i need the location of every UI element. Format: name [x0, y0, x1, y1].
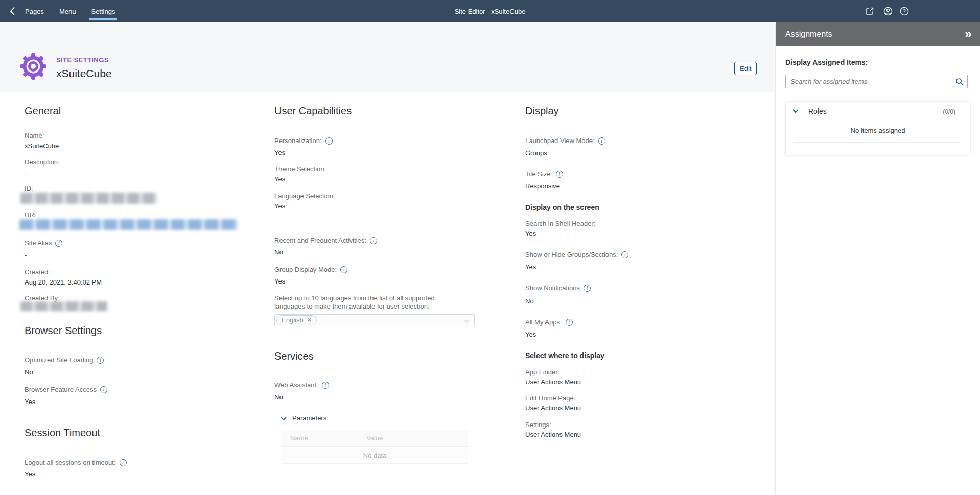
web-assistant-value: No — [274, 393, 283, 401]
logout-sessions-info-icon[interactable]: i — [120, 459, 127, 466]
name-value: xSuiteCube — [25, 142, 59, 150]
recent-activities-info-icon[interactable]: i — [370, 237, 377, 244]
edit-button[interactable]: Edit — [734, 62, 757, 75]
section-browser-settings: Browser Settings — [25, 325, 102, 337]
section-services: Services — [274, 350, 314, 362]
parameters-label: Parameters: — [292, 414, 329, 422]
id-value-redacted — [20, 193, 157, 204]
user-icon[interactable] — [883, 7, 893, 16]
collapse-panel-icon[interactable]: » — [965, 25, 972, 42]
settings-entry-label: Settings: — [525, 421, 551, 429]
personalization-info-icon[interactable]: i — [325, 137, 333, 145]
tile-size-value: Responsive — [525, 182, 560, 190]
site-alias-info-icon[interactable]: i — [55, 240, 62, 247]
tab-menu[interactable]: Menu — [58, 8, 77, 15]
notifications-line: Show Notifications i — [525, 284, 591, 292]
notifications-value: No — [525, 297, 534, 305]
app-finder-label: App Finder: — [525, 368, 559, 376]
language-selection-label: Language Selection: — [274, 192, 335, 200]
page-title: xSuiteCube — [56, 67, 112, 80]
language-token-remove-icon[interactable]: ✕ — [307, 317, 312, 323]
browser-feature-access-value: Yes — [25, 398, 35, 406]
url-value-redacted-link[interactable] — [19, 219, 238, 230]
tile-size-label: Tile Size: — [525, 170, 552, 178]
search-icon[interactable] — [955, 78, 964, 86]
roles-group-toggle[interactable]: Roles (0/0) — [786, 102, 970, 121]
created-by-value-redacted — [20, 301, 107, 311]
browser-feature-access-label: Browser Feature Access — [25, 386, 97, 393]
show-hide-groups-info-icon[interactable]: i — [621, 251, 628, 258]
parameters-table: Name Value No data — [282, 430, 468, 464]
web-assistant-label: Web Assistant: — [274, 381, 318, 389]
shell-nav: Pages Menu Settings — [24, 0, 116, 22]
personalization-label: Personalization: — [274, 137, 322, 145]
name-label: Name: — [25, 132, 44, 139]
all-my-apps-info-icon[interactable]: i — [566, 319, 573, 326]
parameters-no-data: No data — [282, 447, 468, 464]
roles-divider — [794, 142, 960, 143]
section-display: Display — [525, 105, 559, 117]
notifications-info-icon[interactable]: i — [584, 285, 591, 292]
col-name: Name — [282, 434, 366, 442]
recent-activities-label: Recent and Frequent Activities: — [274, 237, 366, 244]
window-title: Site Editor - xSuiteCube — [0, 0, 980, 22]
roles-chevron-icon[interactable] — [792, 107, 798, 113]
roles-count-badge: (0/0) — [943, 108, 955, 115]
assigned-items-search-input[interactable] — [790, 76, 949, 87]
language-dropdown-icon[interactable] — [465, 317, 470, 322]
parameters-table-header: Name Value — [282, 430, 468, 447]
tab-pages[interactable]: Pages — [24, 8, 45, 15]
search-shell-value: Yes — [525, 230, 536, 238]
site-alias-value: - — [25, 251, 27, 259]
web-assistant-info-icon[interactable]: i — [322, 382, 329, 389]
personalization-line: Personalization: i — [274, 137, 333, 145]
optimized-site-loading-info-icon[interactable]: i — [97, 357, 104, 364]
url-label: URL: — [25, 211, 40, 219]
tab-settings[interactable]: Settings — [90, 8, 116, 15]
shell-bar: Pages Menu Settings Site Editor - xSuite… — [0, 0, 980, 22]
tile-size-info-icon[interactable]: i — [556, 171, 563, 178]
logout-sessions-label: Logout all sessions on timeout: — [25, 459, 116, 466]
language-token-label: English — [282, 316, 304, 324]
back-icon[interactable] — [7, 6, 18, 17]
created-label: Created: — [25, 268, 50, 276]
assignments-title: Assignments — [785, 30, 832, 39]
group-display-value: Yes — [274, 277, 285, 285]
group-display-info-icon[interactable]: i — [340, 266, 347, 273]
language-token: English ✕ — [276, 315, 317, 325]
browser-feature-access-info-icon[interactable]: i — [100, 386, 107, 393]
tile-size-line: Tile Size: i — [525, 170, 563, 178]
all-my-apps-line: All My Apps: i — [525, 318, 573, 326]
view-mode-info-icon[interactable]: i — [598, 137, 605, 145]
all-my-apps-label: All My Apps: — [525, 318, 562, 326]
notifications-label: Show Notifications — [525, 284, 580, 292]
parameters-chevron-icon[interactable] — [281, 414, 286, 420]
all-my-apps-value: Yes — [525, 331, 536, 338]
site-alias-label: Site Alias — [25, 239, 52, 247]
section-general: General — [25, 105, 61, 117]
page-header: SITE SETTINGS xSuiteCube Edit PROPERTIES — [0, 22, 774, 92]
properties-form: General Name: xSuiteCube Description: - … — [0, 92, 774, 495]
created-value: Aug 20, 2021, 3:40:02 PM — [25, 278, 102, 286]
parameters-toggle[interactable]: Parameters: — [282, 414, 329, 422]
logout-sessions-value: Yes — [25, 470, 35, 478]
logout-sessions-line: Logout all sessions on timeout: i — [25, 459, 127, 466]
edit-home-value: User Actions Menu — [525, 404, 581, 412]
language-selection-value: Yes — [274, 202, 285, 210]
page-kicker: SITE SETTINGS — [56, 56, 109, 64]
help-icon[interactable]: ? — [900, 7, 909, 16]
search-shell-label: Search in Shell Header: — [525, 220, 595, 227]
language-multicombobox[interactable]: English ✕ — [274, 314, 475, 326]
settings-entry-value: User Actions Menu — [525, 431, 581, 438]
display-assigned-label: Display Assigned Items: — [785, 58, 868, 66]
theme-selection-value: Yes — [274, 175, 285, 183]
share-icon[interactable] — [865, 7, 874, 16]
created-by-label: Created By: — [25, 294, 60, 302]
roles-card: Roles (0/0) No items assigned — [786, 102, 970, 155]
section-user-capabilities: User Capabilities — [274, 105, 352, 117]
site-settings-gear-icon — [18, 52, 48, 81]
site-alias-line: Site Alias i — [25, 239, 62, 247]
col-value: Value — [366, 434, 383, 442]
assignments-panel: Assignments » Display Assigned Items: Ro… — [776, 22, 980, 495]
web-assistant-line: Web Assistant: i — [274, 381, 329, 389]
